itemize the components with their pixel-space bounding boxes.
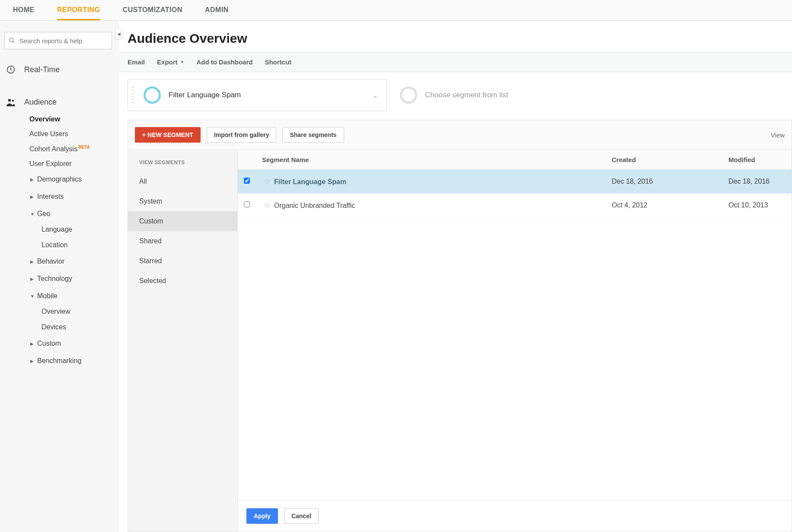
svg-line-1: [13, 41, 14, 43]
view-toggle[interactable]: View: [771, 131, 785, 139]
audience-tree: ▶Demographics ▶Interests ▼Geo Language L…: [30, 175, 115, 365]
sidebar-item-label: Real-Time: [24, 65, 60, 74]
main-content: Audience Overview Email Export▼ Add to D…: [119, 21, 792, 532]
svg-point-4: [12, 99, 14, 102]
caret-right-icon: ▶: [30, 194, 35, 199]
caret-right-icon: ▶: [30, 277, 35, 281]
segments-side-shared[interactable]: Shared: [128, 231, 237, 251]
toolbar-shortcut[interactable]: Shortcut: [265, 58, 291, 66]
sidebar-collapse-button[interactable]: ◀: [115, 28, 122, 40]
segments-side-system[interactable]: System: [128, 191, 237, 211]
tree-custom[interactable]: ▶Custom: [30, 340, 115, 347]
caret-down-icon: ▼: [30, 294, 35, 299]
segment-name-cell: Organic Unbranded Traffic: [274, 202, 355, 209]
segments-side-selected[interactable]: Selected: [128, 271, 237, 291]
donut-icon: [144, 86, 161, 104]
tree-label: Mobile: [37, 292, 57, 300]
svg-point-0: [10, 38, 13, 42]
toolbar: Email Export▼ Add to Dashboard Shortcut: [119, 52, 792, 72]
toolbar-export-label: Export: [157, 58, 178, 66]
tree-mobile-overview[interactable]: Overview: [42, 308, 115, 315]
tree-label: Benchmarking: [37, 357, 81, 365]
star-icon[interactable]: ☆: [264, 177, 271, 186]
tree-label: Technology: [37, 275, 72, 283]
audience-sublist: Overview Active Users Cohort AnalysisBET…: [29, 115, 115, 168]
page-title: Audience Overview: [128, 31, 783, 46]
drag-handle-icon[interactable]: [132, 87, 136, 103]
col-segment-name[interactable]: Segment Name: [256, 150, 606, 170]
segment-chip-label: Choose segment from list: [425, 91, 508, 99]
nav-admin[interactable]: ADMIN: [205, 0, 229, 20]
tree-mobile[interactable]: ▼Mobile: [30, 292, 115, 300]
sidebar-item-cohort[interactable]: Cohort AnalysisBETA: [29, 145, 115, 153]
sidebar: ◀ Real-Time Audience Overview Active Use…: [0, 21, 119, 532]
segment-modified-cell: Oct 10, 2013: [722, 194, 792, 217]
tree-mobile-devices[interactable]: Devices: [42, 323, 115, 331]
caret-right-icon: ▶: [30, 359, 35, 363]
sidebar-item-realtime[interactable]: Real-Time: [2, 61, 115, 79]
segments-side-custom[interactable]: Custom: [128, 211, 237, 231]
tree-mobile-children: Overview Devices: [42, 308, 115, 331]
clock-icon: [5, 65, 16, 74]
share-segments-button[interactable]: Share segments: [282, 127, 344, 143]
nav-customization[interactable]: CUSTOMIZATION: [123, 0, 182, 20]
tree-label: Behavior: [37, 258, 64, 265]
apply-button[interactable]: Apply: [246, 508, 278, 524]
sidebar-item-user-explorer[interactable]: User Explorer: [29, 160, 115, 168]
search-wrap: [4, 32, 112, 49]
sidebar-item-active-users[interactable]: Active Users: [29, 130, 115, 138]
segments-footer: Apply Cancel: [238, 500, 792, 532]
segment-modified-cell: Dec 18, 2016: [722, 170, 792, 194]
segment-chip-row: Filter Language Spam ⌄ Choose segment fr…: [119, 72, 792, 120]
segments-body: VIEW SEGMENTS All System Custom Shared S…: [128, 150, 792, 532]
star-icon[interactable]: ☆: [264, 201, 271, 210]
sidebar-item-audience[interactable]: Audience: [2, 93, 115, 111]
toolbar-add-dashboard[interactable]: Add to Dashboard: [196, 58, 252, 66]
segments-actions: + NEW SEGMENT Import from gallery Share …: [128, 120, 792, 150]
sidebar-item-label: Audience: [24, 98, 57, 107]
tree-geo-language[interactable]: Language: [42, 226, 115, 233]
people-icon: [5, 98, 16, 107]
nav-reporting[interactable]: REPORTING: [57, 0, 100, 20]
tree-geo-location[interactable]: Location: [42, 241, 115, 249]
tree-benchmarking[interactable]: ▶Benchmarking: [30, 357, 115, 365]
top-nav: HOME REPORTING CUSTOMIZATION ADMIN: [0, 0, 792, 21]
tree-geo[interactable]: ▼Geo: [30, 210, 115, 218]
nav-home[interactable]: HOME: [13, 0, 35, 20]
toolbar-email[interactable]: Email: [128, 58, 145, 66]
segment-chip-placeholder[interactable]: Choose segment from list: [396, 79, 577, 111]
table-row[interactable]: ☆Organic Unbranded Traffic Oct 4, 2012 O…: [238, 194, 792, 217]
caret-right-icon: ▶: [30, 259, 35, 264]
segment-created-cell: Oct 4, 2012: [606, 194, 722, 217]
segments-side-all[interactable]: All: [128, 172, 237, 191]
table-row[interactable]: ☆Filter Language Spam Dec 18, 2016 Dec 1…: [238, 170, 792, 194]
tree-behavior[interactable]: ▶Behavior: [30, 258, 115, 265]
col-modified[interactable]: Modified: [722, 150, 792, 170]
col-created[interactable]: Created: [606, 150, 722, 170]
tree-technology[interactable]: ▶Technology: [30, 275, 115, 283]
sidebar-item-overview[interactable]: Overview: [29, 115, 115, 123]
cancel-button[interactable]: Cancel: [284, 508, 319, 524]
tree-label: Geo: [37, 210, 50, 218]
svg-point-3: [8, 99, 11, 101]
chevron-down-icon[interactable]: ⌄: [372, 91, 378, 99]
segment-chip-label: Filter Language Spam: [169, 91, 241, 99]
caret-right-icon: ▶: [30, 177, 35, 182]
caret-right-icon: ▶: [30, 341, 35, 346]
segment-name-cell: Filter Language Spam: [274, 178, 346, 185]
search-input[interactable]: [4, 32, 112, 49]
segments-panel: + NEW SEGMENT Import from gallery Share …: [128, 120, 792, 532]
row-checkbox[interactable]: [244, 201, 250, 207]
page-header: Audience Overview: [119, 21, 792, 52]
row-checkbox[interactable]: [244, 178, 250, 184]
new-segment-button[interactable]: + NEW SEGMENT: [135, 127, 201, 143]
import-gallery-button[interactable]: Import from gallery: [207, 127, 277, 143]
tree-demographics[interactable]: ▶Demographics: [30, 175, 115, 183]
segments-side-starred[interactable]: Starred: [128, 251, 237, 271]
segments-sidebar: VIEW SEGMENTS All System Custom Shared S…: [128, 150, 238, 532]
toolbar-export[interactable]: Export▼: [157, 58, 184, 66]
segment-chip-active[interactable]: Filter Language Spam ⌄: [128, 79, 387, 111]
beta-badge: BETA: [78, 145, 89, 150]
segments-side-header: VIEW SEGMENTS: [128, 159, 237, 172]
tree-interests[interactable]: ▶Interests: [30, 193, 115, 201]
